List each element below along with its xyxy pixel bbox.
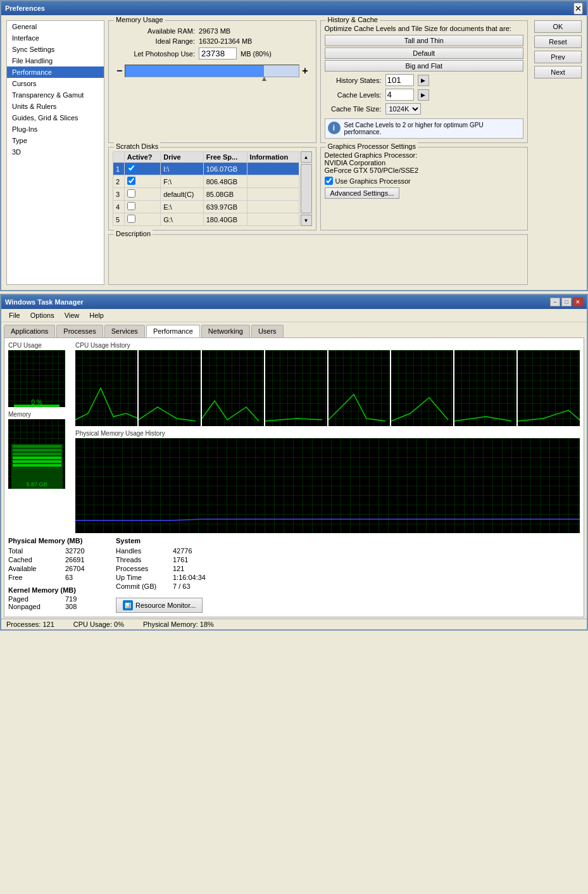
row-drive: E:\ — [161, 201, 203, 213]
task-manager-status-bar: Processes: 121 CPU Usage: 0% Physical Me… — [1, 619, 587, 629]
menu-view[interactable]: View — [59, 310, 85, 320]
minimize-button[interactable]: − — [550, 298, 560, 306]
available-value: 26704 — [65, 565, 103, 572]
memory-slider-track[interactable]: ▲ — [125, 65, 299, 77]
tab-users[interactable]: Users — [251, 325, 284, 337]
col-drive: Drive — [161, 152, 203, 163]
let-ps-use-label: Let Photoshop Use: — [113, 50, 195, 58]
tab-processes[interactable]: Processes — [56, 325, 103, 337]
prev-button[interactable]: Prev — [534, 51, 582, 63]
scroll-down-btn[interactable]: ▼ — [301, 215, 312, 226]
slider-minus-btn[interactable]: − — [116, 65, 122, 77]
cpu-usage-value: 0 % — [8, 399, 65, 406]
tall-thin-button[interactable]: Tall and Thin — [325, 35, 524, 46]
available-ram-label: Available RAM: — [113, 27, 195, 35]
description-group: Description — [108, 234, 528, 285]
close-button[interactable]: ✕ — [573, 3, 583, 15]
active-checkbox-4[interactable] — [127, 202, 135, 210]
table-row[interactable]: 5 G:\ 180.40GB — [113, 213, 299, 226]
advanced-settings-button[interactable]: Advanced Settings... — [325, 187, 400, 199]
row-num: 2 — [113, 175, 125, 188]
tab-applications[interactable]: Applications — [4, 325, 55, 337]
col-info: Information — [247, 152, 299, 163]
row-active[interactable] — [124, 213, 160, 226]
sidebar-item-transparency-gamut[interactable]: Transparency & Gamut — [7, 89, 104, 101]
let-ps-use-input[interactable] — [199, 47, 237, 60]
gpu-title: Graphics Processor Settings — [326, 142, 418, 150]
row-active[interactable] — [124, 175, 160, 188]
cpu-line-svg-2 — [139, 350, 201, 426]
ok-button[interactable]: OK — [534, 20, 582, 33]
menu-help[interactable]: Help — [84, 310, 109, 320]
table-row[interactable]: 3 default(C) 85.08GB — [113, 188, 299, 201]
active-checkbox-2[interactable] — [127, 177, 135, 185]
gpu-name: NVIDIA Corporation — [325, 159, 386, 167]
gpu-detected-text: Detected Graphics Processor: — [325, 151, 418, 159]
row-free: 180.40GB — [203, 213, 247, 226]
cache-levels-up[interactable]: ▶ — [418, 89, 429, 101]
tm-stats: Physical Memory (MB) Total 32720 Cached … — [8, 533, 580, 613]
row-active[interactable] — [124, 163, 160, 175]
available-ram-row: Available RAM: 29673 MB — [113, 27, 312, 35]
big-flat-button[interactable]: Big and Flat — [325, 60, 524, 72]
close-button-tm[interactable]: ✕ — [573, 298, 583, 306]
cpu-hist-sub-2 — [139, 350, 201, 426]
sidebar-item-general[interactable]: General — [7, 21, 104, 32]
sidebar-item-guides-grid-slices[interactable]: Guides, Grid & Slices — [7, 112, 104, 123]
sidebar-item-cursors[interactable]: Cursors — [7, 78, 104, 89]
sidebar-item-units-rulers[interactable]: Units & Rulers — [7, 101, 104, 112]
commit-value: 7 / 63 — [173, 582, 211, 590]
sidebar-item-plug-ins[interactable]: Plug-Ins — [7, 123, 104, 135]
row-active[interactable] — [124, 201, 160, 213]
sidebar-item-file-handling[interactable]: File Handling — [7, 55, 104, 66]
threads-label: Threads — [116, 556, 166, 563]
preferences-title: Preferences — [5, 4, 45, 12]
scroll-up-btn[interactable]: ▲ — [301, 151, 312, 163]
history-states-up[interactable]: ▶ — [418, 75, 429, 86]
scrollbar-track[interactable] — [301, 164, 312, 213]
resource-monitor-button[interactable]: 📊 Resource Monitor... — [116, 598, 203, 613]
reset-button[interactable]: Reset — [534, 35, 582, 48]
sidebar-item-interface[interactable]: Interface — [7, 32, 104, 44]
row-info — [247, 213, 299, 226]
default-button[interactable]: Default — [325, 47, 524, 59]
active-checkbox-1[interactable] — [127, 164, 135, 172]
menu-options[interactable]: Options — [25, 310, 59, 320]
processes-value: 121 — [173, 565, 211, 572]
cached-label: Cached — [8, 556, 59, 563]
cache-levels-input[interactable] — [385, 89, 414, 101]
mem-hist-svg — [75, 438, 580, 533]
next-button[interactable]: Next — [534, 66, 582, 79]
col-free: Free Sp... — [203, 152, 247, 163]
table-row[interactable]: 2 F:\ 806.48GB — [113, 175, 299, 188]
active-checkbox-3[interactable] — [127, 189, 135, 198]
total-row: Total 32720 — [8, 547, 103, 555]
available-label: Available — [8, 565, 59, 572]
sidebar-item-3d[interactable]: 3D — [7, 146, 104, 158]
tab-networking[interactable]: Networking — [201, 325, 250, 337]
free-row: Free 63 — [8, 574, 103, 581]
cache-tile-select[interactable]: 1024K 512K 256K — [385, 103, 421, 115]
sidebar-item-sync-settings[interactable]: Sync Settings — [7, 44, 104, 55]
slider-plus-btn[interactable]: + — [302, 65, 308, 77]
sidebar-item-performance[interactable]: Performance — [7, 66, 104, 78]
history-states-input[interactable] — [385, 74, 414, 86]
free-label: Free — [8, 574, 59, 581]
commit-row: Commit (GB) 7 / 63 — [116, 582, 211, 590]
use-gpu-checkbox[interactable] — [325, 177, 333, 185]
table-row[interactable]: 4 E:\ 639.97GB — [113, 201, 299, 213]
menu-file[interactable]: File — [4, 310, 25, 320]
table-row[interactable]: 1 I:\ 106.07GB — [113, 163, 299, 175]
sidebar-item-type[interactable]: Type — [7, 135, 104, 146]
cpu-usage-title: CPU Usage — [8, 342, 72, 349]
row-num: 5 — [113, 213, 125, 226]
tab-performance[interactable]: Performance — [146, 325, 200, 337]
maximize-button[interactable]: □ — [561, 298, 572, 306]
row-info — [247, 201, 299, 213]
scratch-disks-group: Scratch Disks Active? Drive Free Sp... I… — [108, 147, 316, 230]
task-manager-title-bar: Windows Task Manager − □ ✕ — [1, 295, 587, 309]
row-active[interactable] — [124, 188, 160, 201]
tab-services[interactable]: Services — [104, 325, 145, 337]
active-checkbox-5[interactable] — [127, 215, 135, 223]
nonpaged-label: Nonpaged — [8, 603, 59, 610]
